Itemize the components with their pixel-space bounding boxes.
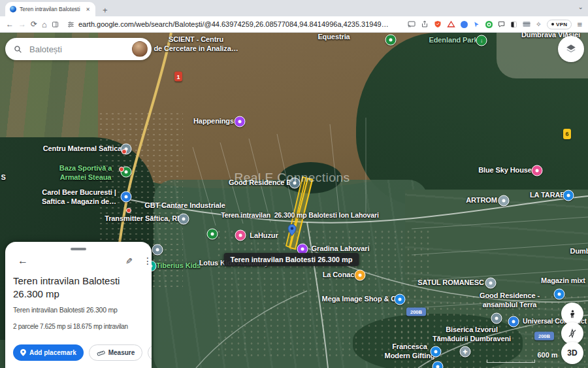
extension-chat-icon[interactable] [498, 21, 505, 28]
panel-back-button[interactable]: ← [18, 256, 28, 266]
screen: Teren intravilan Balotesti 26… ✕ + ⌄ ← →… [0, 0, 588, 368]
placemark-parcels-info: 2 parcele 7.625 mp si 18.675 mp intravil… [13, 323, 149, 330]
panel-edit-icon[interactable]: ✎ [125, 257, 133, 265]
panel-actions: Add placemark Measure ⋯ M [13, 344, 152, 361]
new-tab-button[interactable]: + [103, 6, 108, 14]
adblock-shield-icon[interactable] [434, 20, 442, 28]
browser-tab-strip: Teren intravilan Balotesti 26… ✕ + ⌄ [0, 0, 588, 16]
home-button[interactable]: ⌂ [42, 20, 47, 29]
earth-search-bar[interactable] [5, 38, 152, 60]
cross-road [128, 196, 588, 223]
share-icon[interactable] [421, 20, 429, 28]
field-boundaries [193, 118, 588, 307]
browser-tab[interactable]: Teren intravilan Balotesti 26… ✕ [5, 2, 95, 16]
placemark-detail-panel: ← ✎ ⋮ Teren intravilan Balotesti 26.300 … [5, 242, 152, 368]
layers-icon [565, 43, 577, 55]
pegman-icon [568, 309, 578, 319]
measure-button[interactable]: Measure [89, 344, 143, 361]
extension-card-icon[interactable] [523, 21, 531, 27]
village-road-south [307, 222, 328, 368]
side-panel-icon[interactable] [52, 21, 59, 28]
panel-drag-handle[interactable] [71, 248, 86, 250]
extension-whatsapp-icon[interactable] [485, 21, 493, 28]
tab-close-icon[interactable]: ✕ [85, 7, 91, 12]
panel-overflow-menu-icon[interactable]: ⋮ [143, 256, 152, 265]
placemark-tooltip: Teren intravilan Balotesti 26.300 mp [224, 253, 359, 266]
earth-favicon-icon [10, 6, 16, 12]
browser-toolbar: ← → ⟳ ⌂ earth.google.com/web/search/Balo… [0, 16, 588, 33]
address-bar[interactable]: earth.google.com/web/search/Balotești/@4… [67, 20, 391, 28]
toggle-3d-button[interactable]: 3D [561, 342, 583, 364]
back-button[interactable]: ← [6, 20, 14, 28]
site-settings-tune-icon[interactable] [67, 21, 74, 28]
extension-cursor-icon[interactable] [473, 21, 480, 28]
extension-blue-icon[interactable] [461, 21, 468, 28]
reload-button[interactable]: ⟳ [31, 20, 37, 28]
cast-icon[interactable] [408, 20, 416, 28]
warning-triangle-icon[interactable] [447, 20, 455, 28]
ruler-icon [97, 350, 105, 356]
search-input[interactable] [28, 44, 126, 55]
3d-label: 3D [567, 348, 577, 358]
compass-reset-button[interactable] [561, 322, 583, 344]
selected-placemark-pin[interactable] [287, 222, 297, 239]
toolbar-right-cluster: ✧ VPN ≡ [408, 20, 582, 29]
browser-menu-icon[interactable]: ≡ [577, 20, 582, 29]
street-view-pegman-button[interactable] [561, 303, 583, 325]
vpn-dot-icon [551, 23, 554, 25]
add-placemark-button[interactable]: Add placemark [13, 344, 84, 361]
extension-panel-icon[interactable] [510, 21, 517, 28]
search-icon [14, 45, 22, 54]
tab-title: Teren intravilan Balotesti 26… [20, 6, 82, 12]
tab-strip-chevron-icon[interactable]: ⌄ [578, 3, 583, 10]
map-scale-label: 600 m [537, 351, 557, 359]
compass-off-icon [567, 328, 578, 339]
placemark-pin-icon [20, 349, 26, 356]
placemark-description: Teren intravilan Balotesti 26.300 mp [13, 306, 146, 314]
map-scale-bar [487, 360, 535, 363]
forward-button[interactable]: → [18, 20, 26, 28]
map-watermark: Real E Connections [235, 171, 350, 185]
url-text[interactable]: earth.google.com/web/search/Balotești/@4… [78, 20, 391, 28]
vpn-extension-button[interactable]: VPN [547, 20, 572, 29]
road-bottomleft [196, 291, 307, 368]
panel-header: ← ✎ ⋮ [5, 255, 152, 271]
placemark-title: Teren intravilan Balotesti 26.300 mp [13, 275, 144, 301]
more-button[interactable]: ⋯ M [148, 344, 152, 361]
extension-sparkle-icon[interactable]: ✧ [536, 21, 542, 28]
account-avatar[interactable] [132, 41, 148, 57]
map-style-layers-button[interactable] [558, 36, 584, 62]
